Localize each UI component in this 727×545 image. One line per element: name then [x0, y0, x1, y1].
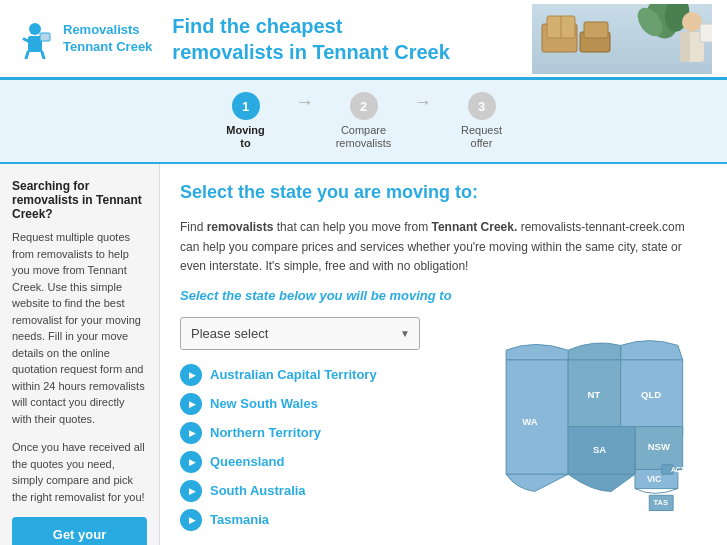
- list-item: New South Wales: [180, 393, 487, 415]
- list-item: Australian Capital Territory: [180, 364, 487, 386]
- state-arrow-icon: [180, 364, 202, 386]
- step-arrow-2: →: [414, 92, 432, 150]
- main-content: Select the state you are moving to: Find…: [160, 164, 727, 545]
- state-link-qld[interactable]: Queensland: [210, 454, 284, 469]
- logo-text: Removalists Tennant Creek: [63, 22, 152, 56]
- vic-label: VIC: [647, 474, 661, 484]
- state-arrow-icon: [180, 480, 202, 502]
- step-3-circle: 3: [468, 92, 496, 120]
- state-arrow-icon: [180, 509, 202, 531]
- state-select-wrapper[interactable]: Please select Australian Capital Territo…: [180, 317, 420, 350]
- main-layout: Searching for removalists in Tennant Cre…: [0, 164, 727, 545]
- state-select[interactable]: Please select Australian Capital Territo…: [180, 317, 420, 350]
- content-body: Please select Australian Capital Territo…: [180, 317, 707, 538]
- svg-rect-4: [40, 33, 50, 41]
- header-image: [532, 4, 712, 74]
- step-2: 2 Compareremovalists: [319, 92, 409, 150]
- sidebar: Searching for removalists in Tennant Cre…: [0, 164, 160, 545]
- get-listed-button[interactable]: Get yourcompany listed!: [12, 517, 147, 545]
- svg-rect-11: [584, 22, 608, 38]
- step-1-inner: 1 Movingto: [201, 92, 291, 150]
- svg-point-0: [29, 23, 41, 35]
- page-header: Removalists Tennant Creek Find the cheap…: [0, 0, 727, 80]
- header-decoration: [532, 4, 712, 74]
- steps-bar: 1 Movingto → 2 Compareremovalists → 3 Re…: [0, 80, 727, 164]
- wa-label: WA: [522, 416, 537, 427]
- list-item: Tasmania: [180, 509, 487, 531]
- logo-icon: [15, 19, 55, 59]
- sidebar-title: Searching for removalists in Tennant Cre…: [12, 179, 147, 221]
- state-link-nt[interactable]: Northern Territory: [210, 425, 321, 440]
- step-arrow-1: →: [296, 92, 314, 150]
- step-2-circle: 2: [350, 92, 378, 120]
- list-item: South Australia: [180, 480, 487, 502]
- header-tagline: Find the cheapest removalists in Tennant…: [152, 13, 532, 65]
- sa-label: SA: [593, 444, 606, 455]
- nsw-label: NSW: [648, 441, 670, 452]
- sidebar-text-2: Once you have received all the quotes yo…: [12, 439, 147, 505]
- svg-line-5: [26, 52, 28, 59]
- step-3-label: Requestoffer: [461, 124, 502, 150]
- qld-label: QLD: [641, 389, 661, 400]
- nt-label: NT: [588, 389, 601, 400]
- step-1: 1 Movingto: [201, 92, 291, 150]
- svg-rect-18: [700, 24, 712, 42]
- australia-map: WA NT QLD SA NSW VIC ACT TAS: [487, 317, 697, 517]
- svg-rect-17: [680, 32, 690, 62]
- step-1-circle: 1: [232, 92, 260, 120]
- step-2-label: Compareremovalists: [336, 124, 392, 150]
- state-link-tas[interactable]: Tasmania: [210, 512, 269, 527]
- state-link-act[interactable]: Australian Capital Territory: [210, 367, 377, 382]
- list-item: Queensland: [180, 451, 487, 473]
- sidebar-text-1: Request multiple quotes from removalists…: [12, 229, 147, 427]
- content-left: Please select Australian Capital Territo…: [180, 317, 487, 538]
- content-subtitle: Select the state below you will be movin…: [180, 288, 707, 303]
- state-list: Australian Capital Territory New South W…: [180, 364, 487, 531]
- state-arrow-icon: [180, 451, 202, 473]
- content-description: Find removalists that can help you move …: [180, 218, 707, 276]
- step-3: 3 Requestoffer: [437, 92, 527, 150]
- header-title: Find the cheapest removalists in Tennant…: [172, 13, 532, 65]
- content-title: Select the state you are moving to:: [180, 182, 707, 203]
- svg-line-2: [24, 39, 28, 41]
- tas-label: TAS: [653, 498, 668, 507]
- svg-line-6: [42, 52, 44, 59]
- state-arrow-icon: [180, 422, 202, 444]
- logo: Removalists Tennant Creek: [15, 19, 152, 59]
- step-1-label: Movingto: [226, 124, 265, 150]
- state-link-nsw[interactable]: New South Wales: [210, 396, 318, 411]
- australia-map-container: WA NT QLD SA NSW VIC ACT TAS: [487, 317, 707, 538]
- svg-point-15: [682, 12, 702, 32]
- step-2-inner: 2 Compareremovalists: [319, 92, 409, 150]
- state-link-sa[interactable]: South Australia: [210, 483, 306, 498]
- step-3-inner: 3 Requestoffer: [437, 92, 527, 150]
- list-item: Northern Territory: [180, 422, 487, 444]
- state-arrow-icon: [180, 393, 202, 415]
